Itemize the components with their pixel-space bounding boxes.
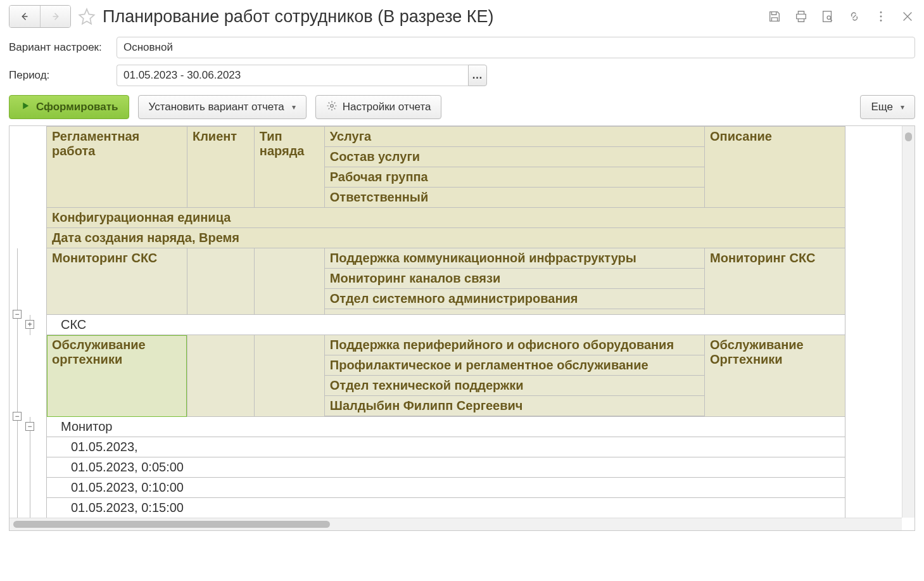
svg-point-4 xyxy=(880,20,882,22)
horizontal-scrollbar-thumb[interactable] xyxy=(13,521,330,528)
more-button[interactable]: Еще ▾ xyxy=(860,95,915,119)
group1-child-row[interactable]: СКС xyxy=(47,315,845,335)
col-client: Клиент xyxy=(187,127,254,208)
report-table: Регламентная работа Клиент Тип наряда Ус… xyxy=(9,126,845,518)
report-settings-label: Настройки отчета xyxy=(343,101,431,113)
nav-forward-button[interactable] xyxy=(40,6,70,27)
vertical-scrollbar-thumb[interactable] xyxy=(905,132,912,141)
svg-point-3 xyxy=(880,16,882,18)
preview-icon-button[interactable] xyxy=(820,9,835,24)
col-reg-work: Регламентная работа xyxy=(47,127,187,208)
page-magnifier-icon xyxy=(821,10,835,23)
period-label: Период: xyxy=(9,69,110,82)
settings-variant-value: Основной xyxy=(123,41,173,54)
set-report-variant-label: Установить вариант отчета xyxy=(149,101,284,113)
group1-service-comp[interactable]: Мониторинг каналов связи xyxy=(324,269,704,289)
group2-child-label[interactable]: Монитор xyxy=(47,417,845,437)
link-icon-button[interactable] xyxy=(847,9,862,24)
chevron-down-icon: ▾ xyxy=(292,103,296,112)
report-settings-button[interactable]: Настройки отчета xyxy=(315,95,442,119)
col-config-unit: Конфигурационная единица xyxy=(47,208,845,228)
link-icon xyxy=(847,10,861,23)
col-order-type: Тип наряда xyxy=(254,127,324,208)
ellipsis-icon: … xyxy=(472,69,483,82)
col-service-comp: Состав услуги xyxy=(324,147,704,167)
col-responsible: Ответственный xyxy=(324,188,704,208)
group1-reg-work[interactable]: Мониторинг СКС xyxy=(47,248,187,315)
close-icon xyxy=(901,10,915,23)
floppy-icon xyxy=(768,10,782,23)
period-input[interactable]: 01.05.2023 - 30.06.2023 xyxy=(117,65,468,86)
page-title: Планирование работ сотрудников (В разрез… xyxy=(103,7,762,27)
settings-variant-label: Вариант настроек: xyxy=(9,41,110,54)
tree-collapse-group1[interactable]: − xyxy=(13,310,22,319)
dots-vertical-icon xyxy=(874,10,888,23)
arrow-left-icon xyxy=(19,11,30,22)
set-report-variant-button[interactable]: Установить вариант отчета ▾ xyxy=(138,95,307,119)
chevron-down-icon: ▾ xyxy=(901,103,904,112)
group2-time-0[interactable]: 01.05.2023, xyxy=(47,437,845,457)
group2-client[interactable] xyxy=(187,335,254,417)
star-icon xyxy=(78,8,96,25)
group2-time-1[interactable]: 01.05.2023, 0:05:00 xyxy=(47,457,845,478)
group2-description[interactable]: Обслуживание Оргтехники xyxy=(705,335,845,417)
generate-button[interactable]: Сформировать xyxy=(9,95,129,119)
favorite-star-button[interactable] xyxy=(76,6,98,27)
group2-order-type[interactable] xyxy=(254,335,324,417)
print-icon-button[interactable] xyxy=(794,9,809,24)
tree-expand-sks[interactable]: + xyxy=(25,320,34,329)
group2-time-3[interactable]: 01.05.2023, 0:15:00 xyxy=(47,498,845,518)
col-service: Услуга xyxy=(324,127,704,147)
group2-time-2[interactable]: 01.05.2023, 0:10:00 xyxy=(47,478,845,498)
printer-icon xyxy=(794,10,808,23)
nav-back-button[interactable] xyxy=(9,6,40,27)
group1-description[interactable]: Мониторинг СКС xyxy=(705,248,845,315)
tree-collapse-monitor[interactable]: − xyxy=(25,422,34,431)
col-order-date: Дата создания наряда, Время xyxy=(47,228,845,248)
generate-label: Сформировать xyxy=(36,101,118,113)
group1-client[interactable] xyxy=(187,248,254,315)
close-button[interactable] xyxy=(900,9,915,24)
group1-order-type[interactable] xyxy=(254,248,324,315)
report-area: Регламентная работа Клиент Тип наряда Ус… xyxy=(9,125,915,531)
svg-point-5 xyxy=(330,104,333,107)
horizontal-scrollbar[interactable] xyxy=(9,518,902,530)
group2-responsible[interactable]: Шалдыбин Филипп Сергеевич xyxy=(324,396,704,416)
arrow-right-icon xyxy=(50,11,61,22)
group1-responsible[interactable] xyxy=(324,309,704,315)
group2-work-group[interactable]: Отдел технической поддержки xyxy=(324,376,704,396)
group1-work-group[interactable]: Отдел системного администрирования xyxy=(324,289,704,309)
settings-variant-input[interactable]: Основной xyxy=(117,37,915,58)
more-label: Еще xyxy=(871,101,893,113)
gear-icon xyxy=(326,100,338,115)
svg-point-1 xyxy=(827,16,831,20)
col-work-group: Рабочая группа xyxy=(324,167,704,188)
period-picker-button[interactable]: … xyxy=(468,65,487,86)
group2-service[interactable]: Поддержка периферийного и офисного обору… xyxy=(324,335,704,355)
kebab-menu-button[interactable] xyxy=(873,9,889,24)
tree-collapse-group2[interactable]: − xyxy=(13,412,22,421)
col-description: Описание xyxy=(705,127,845,208)
play-icon xyxy=(20,100,31,115)
group1-service[interactable]: Поддержка коммуникационной инфраструктур… xyxy=(324,248,704,269)
save-icon-button[interactable] xyxy=(767,9,782,24)
group2-service-comp[interactable]: Профилактическое и регламентное обслужив… xyxy=(324,355,704,376)
period-value: 01.05.2023 - 30.06.2023 xyxy=(123,69,241,82)
svg-point-2 xyxy=(880,11,882,13)
vertical-scrollbar[interactable] xyxy=(902,126,915,518)
group2-reg-work[interactable]: Обслуживание оргтехники xyxy=(47,335,187,417)
